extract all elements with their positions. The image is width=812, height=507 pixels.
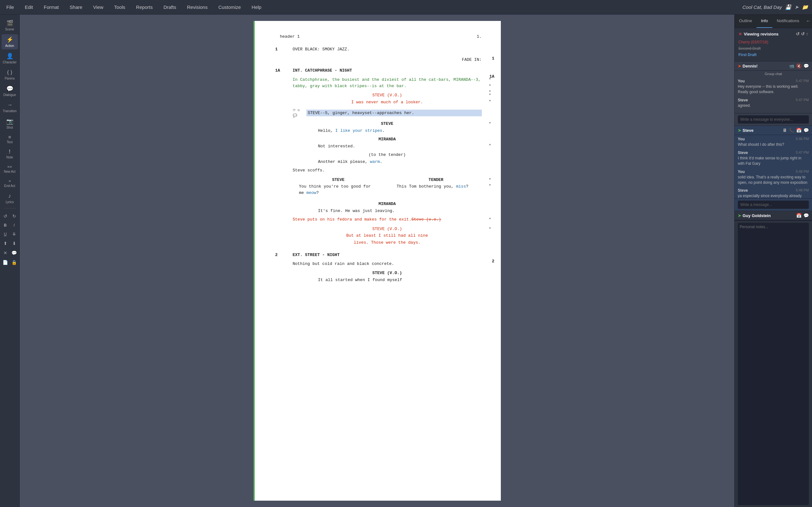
steve-msg-3: You 5:48 PM solid idea. That's a really … (738, 170, 809, 185)
comment-btn[interactable]: 💬 (10, 249, 18, 257)
steve-monitor-icon[interactable]: 🖥 (782, 128, 787, 133)
rev-ctrl-1[interactable]: ↺ (796, 32, 800, 37)
dennis-msg-1-text: Hey everyone -- this is working well. Re… (738, 84, 809, 95)
tab-notifications[interactable]: Notifications (772, 14, 804, 28)
newact-label: New Act (4, 170, 15, 173)
revision-second[interactable]: Second Draft (739, 45, 808, 52)
underline-btn[interactable]: U (2, 231, 9, 238)
sidebar-item-action[interactable]: ⚡ Action (2, 34, 18, 49)
scene-1-num-right: 1 (492, 55, 495, 62)
sidebar-item-note[interactable]: ! Note (2, 147, 18, 161)
dennis-msg-2-header: Steve 5:47 PM (738, 98, 809, 102)
rev-ctrl-up[interactable]: ↑ (806, 32, 808, 37)
sidebar-item-transition[interactable]: → Transition (2, 100, 18, 115)
folder-icon[interactable]: 📁 (802, 4, 808, 10)
sidebar-item-newact[interactable]: «» New Act (2, 162, 18, 175)
menu-edit[interactable]: Edit (22, 3, 36, 11)
sidebar-item-character[interactable]: 👤 Character (2, 51, 18, 66)
undo-btn[interactable]: ↺ (2, 212, 9, 220)
menu-share[interactable]: Share (67, 3, 85, 11)
guy-chat-icon[interactable]: 💬 (803, 213, 809, 218)
revision-first[interactable]: First Draft (739, 52, 808, 58)
sidebar-item-dialogue[interactable]: 💬 Dialogue (2, 83, 18, 99)
doc-btn[interactable]: 📄 (2, 259, 9, 266)
dual-dia-steve: You think you're too good for me meow? (293, 183, 384, 196)
menu-reports[interactable]: Reports (134, 3, 155, 11)
menu-help[interactable]: Help (249, 3, 264, 11)
steve-msg-3-text: solid idea. That's a really exciting way… (738, 175, 809, 185)
scene-1a-heading: INT. CATCHPHRASE - NIGHT (293, 67, 482, 74)
sidebar-item-parens[interactable]: () Parens (2, 67, 18, 82)
dennis-chat-input[interactable] (738, 115, 809, 124)
dual-dialogue: STEVE You think you're too good for me m… (293, 177, 482, 199)
inline-blue-miss: miss (456, 184, 466, 189)
action-label: Action (5, 44, 14, 48)
menu-customize[interactable]: Customize (216, 3, 243, 11)
dennis-chat-icon[interactable]: 💬 (803, 63, 809, 68)
tab-outline[interactable]: Outline (734, 14, 757, 28)
personal-notes-input[interactable] (738, 223, 809, 505)
redo-btn[interactable]: ↻ (10, 212, 18, 220)
steve-chat-icon[interactable]: 💬 (803, 128, 809, 133)
sidebar-item-shot[interactable]: 📷 Shot (2, 116, 18, 131)
dennis-msg-1: You 5:47 PM Hey everyone -- this is work… (738, 79, 809, 95)
dennis-arrow: ➤ (738, 64, 741, 68)
chat-steve-person[interactable]: ➤ Steve 🖥 📞 📅 💬 (734, 126, 812, 135)
revisions-x[interactable]: ✕ (739, 32, 742, 37)
asterisk-fedora: * (489, 216, 491, 223)
asterisk-miranda: * (489, 143, 491, 149)
steve-calendar-icon[interactable]: 📅 (796, 128, 802, 133)
guy-name: Guy Goldstein (743, 213, 796, 218)
close-x-btn[interactable]: ✕ (2, 249, 9, 257)
highlight-action: STEVE--5, ginger, heavyset--approaches h… (306, 110, 481, 117)
save-icon[interactable]: 💾 (785, 4, 792, 10)
download-btn[interactable]: ⬇ (10, 239, 18, 247)
lock-btn[interactable]: 🔒 (10, 259, 18, 266)
chat-guy-header: ➤ Guy Goldstein 📅 💬 (734, 211, 812, 221)
chat-guy-person[interactable]: ➤ Guy Goldstein 📅 💬 (734, 211, 812, 220)
steve-msg-1-text: What should I do after this? (738, 142, 809, 147)
dennis-video-icon[interactable]: 📹 (789, 63, 794, 68)
scene-2-num-right: 2 (492, 258, 495, 265)
bold-btn[interactable]: B (2, 222, 9, 229)
char-steve-vo-2: STEVE (V.O.) (293, 270, 482, 276)
chat-steve-header: ➤ Steve 🖥 📞 📅 💬 You 5:46 PM (734, 126, 812, 211)
vo2-line2: lives. Those were the days. (293, 239, 482, 246)
menu-format[interactable]: Format (41, 3, 61, 11)
strike-btn[interactable]: S (10, 231, 18, 238)
chat-dennis-person[interactable]: ➤ Dennis! 📹 🔇 💬 (734, 61, 812, 71)
header-right: 1. (477, 34, 482, 40)
steve-input-box (734, 199, 812, 211)
dennis-mute-icon[interactable]: 🔇 (796, 63, 802, 68)
action-icon: ⚡ (6, 36, 13, 43)
char-steve-1: STEVE (293, 121, 482, 127)
dia-miranda-3: It's fine. He was just leaving. (293, 208, 482, 214)
upload-btn[interactable]: ⬆ (2, 239, 9, 247)
title-icons: 💾 ➤ 📁 (785, 4, 808, 10)
menu-view[interactable]: View (91, 3, 106, 11)
revision-cherry[interactable]: Cherry (03/07/18) (739, 39, 808, 45)
sidebar-item-text[interactable]: ≡ Text (2, 132, 18, 146)
menu-tools[interactable]: Tools (112, 3, 128, 11)
text-label: Text (7, 140, 12, 144)
rev-ctrl-2[interactable]: ↺ (801, 32, 805, 37)
guy-calendar-icon[interactable]: 📅 (796, 213, 802, 218)
menu-revisions[interactable]: Revisions (184, 3, 210, 11)
tab-info[interactable]: Info (757, 14, 772, 28)
dennis-msg-2-sender: Steve (738, 98, 748, 102)
sidebar-item-endact[interactable]: » End Act (2, 176, 18, 189)
sidebar-item-lyrics[interactable]: ♪ Lyrics (2, 191, 18, 206)
sidebar-item-scene[interactable]: 🎬 Scene (2, 18, 18, 33)
dennis-msg-2-time: 5:47 PM (796, 98, 809, 102)
script-header: header 1 1. (280, 34, 482, 40)
scene-1-num-left: 1 (275, 46, 278, 53)
share-icon[interactable]: ➤ (795, 4, 799, 10)
script-area[interactable]: header 1 1. 1 OVER BLACK: SMOKY JAZZ. 1 … (20, 14, 734, 507)
menu-file[interactable]: File (4, 3, 16, 11)
italic-btn[interactable]: I (10, 222, 18, 229)
steve-msg-2-header: Steve 5:47 PM (738, 151, 809, 155)
steve-chat-input[interactable] (738, 201, 809, 209)
panel-close-btn[interactable]: ← (804, 14, 812, 28)
steve-phone-icon[interactable]: 📞 (789, 128, 794, 133)
menu-drafts[interactable]: Drafts (161, 3, 179, 11)
